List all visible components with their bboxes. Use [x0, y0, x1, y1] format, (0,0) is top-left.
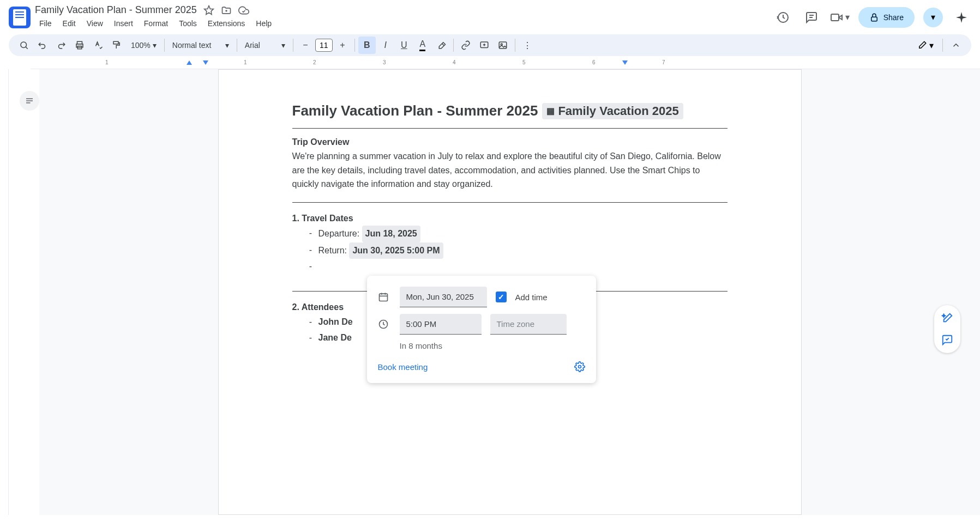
time-input[interactable]: 5:00 PM: [400, 314, 482, 335]
document-title[interactable]: Family Vacation Plan - Summer 2025: [35, 4, 197, 16]
text-color-button[interactable]: A: [414, 37, 431, 54]
divider: [292, 202, 728, 203]
overview-body[interactable]: We're planning a summer vacation in July…: [292, 149, 728, 191]
menu-edit[interactable]: Edit: [58, 17, 80, 30]
calendar-icon: [378, 292, 391, 302]
font-increase-icon[interactable]: +: [334, 37, 351, 54]
more-options-icon[interactable]: ⋮: [519, 37, 536, 54]
vertical-ruler[interactable]: [0, 69, 9, 515]
menu-insert[interactable]: Insert: [110, 17, 137, 30]
section-travel-dates[interactable]: 1. Travel Dates: [292, 214, 728, 223]
outline-toggle-icon[interactable]: [20, 91, 39, 111]
zoom-select[interactable]: 100% ▾: [127, 39, 161, 52]
list-item[interactable]: - Return: Jun 30, 2025 5:00 PM: [303, 242, 728, 259]
share-button[interactable]: Share: [858, 7, 915, 28]
document-canvas[interactable]: Family Vacation Plan - Summer 2025 ▦ Fam…: [39, 69, 980, 515]
calendar-chip-icon: ▦: [546, 106, 555, 116]
header-bar: Family Vacation Plan - Summer 2025 File …: [0, 0, 980, 34]
travel-dates-list: - Departure: Jun 18, 2025 - Return: Jun …: [303, 226, 728, 275]
bold-button[interactable]: B: [358, 37, 376, 54]
quick-share-dropdown[interactable]: ▾: [923, 8, 943, 27]
menu-format[interactable]: Format: [140, 17, 172, 30]
search-icon[interactable]: [15, 37, 33, 54]
add-time-checkbox[interactable]: ✓: [496, 292, 507, 302]
svg-point-7: [21, 42, 27, 48]
departure-label: Departure:: [318, 229, 360, 238]
toolbar: 100% ▾ Normal text ▾ Arial ▾ − + B I U A…: [9, 34, 971, 56]
svg-rect-21: [379, 294, 387, 301]
style-select[interactable]: Normal text ▾: [168, 39, 233, 52]
undo-icon[interactable]: [34, 37, 51, 54]
overview-heading[interactable]: Trip Overview: [292, 137, 728, 147]
cloud-status-icon[interactable]: [238, 5, 249, 16]
relative-time-label: In 8 months: [400, 341, 585, 350]
add-time-label: Add time: [515, 293, 548, 302]
menu-help[interactable]: Help: [251, 17, 276, 30]
divider: [292, 128, 728, 129]
menu-extensions[interactable]: Extensions: [203, 17, 249, 30]
meet-icon[interactable]: ▾: [830, 8, 850, 27]
spellcheck-icon[interactable]: [89, 37, 107, 54]
return-label: Return:: [318, 246, 347, 255]
date-picker-popover: Mon, Jun 30, 2025 ✓ Add time 5:00 PM Tim…: [367, 276, 596, 383]
departure-date-chip[interactable]: Jun 18, 2025: [362, 226, 420, 242]
page-title[interactable]: Family Vacation Plan - Summer 2025 ▦ Fam…: [292, 102, 728, 119]
svg-rect-4: [831, 14, 839, 21]
ai-edit-icon[interactable]: [939, 309, 956, 327]
suggest-edits-icon[interactable]: [939, 331, 956, 349]
header-actions: ▾ Share ▾: [773, 7, 971, 28]
menu-bar: File Edit View Insert Format Tools Exten…: [35, 17, 769, 30]
docs-logo-icon[interactable]: [9, 7, 31, 28]
link-button[interactable]: [457, 37, 474, 54]
gemini-icon[interactable]: [952, 8, 971, 27]
svg-rect-6: [871, 17, 877, 21]
svg-point-26: [578, 366, 581, 368]
horizontal-ruler[interactable]: 1 1 2 3 4 5 6 7: [0, 60, 980, 69]
date-input[interactable]: Mon, Jun 30, 2025: [400, 287, 487, 307]
workspace: Family Vacation Plan - Summer 2025 ▦ Fam…: [0, 69, 980, 515]
page[interactable]: Family Vacation Plan - Summer 2025 ▦ Fam…: [218, 69, 802, 515]
print-icon[interactable]: [71, 37, 88, 54]
underline-button[interactable]: U: [395, 37, 413, 54]
add-comment-button[interactable]: [476, 37, 493, 54]
svg-rect-12: [113, 41, 118, 44]
return-date-chip[interactable]: Jun 30, 2025 5:00 PM: [349, 242, 443, 259]
book-meeting-link[interactable]: Book meeting: [378, 362, 428, 372]
list-item[interactable]: -: [303, 259, 728, 275]
comments-icon[interactable]: [802, 8, 821, 27]
title-area: Family Vacation Plan - Summer 2025 File …: [35, 4, 769, 30]
collapse-toolbar-icon[interactable]: [947, 37, 965, 54]
redo-icon[interactable]: [52, 37, 70, 54]
svg-marker-0: [204, 5, 213, 14]
font-decrease-icon[interactable]: −: [297, 37, 314, 54]
font-select[interactable]: Arial ▾: [241, 39, 290, 52]
italic-button[interactable]: I: [377, 37, 394, 54]
font-size-input[interactable]: [315, 39, 333, 52]
svg-line-8: [26, 47, 28, 49]
insert-image-button[interactable]: [494, 37, 512, 54]
settings-gear-icon[interactable]: [574, 361, 585, 372]
menu-tools[interactable]: Tools: [175, 17, 201, 30]
editing-mode-button[interactable]: ▾: [913, 38, 938, 53]
menu-file[interactable]: File: [35, 17, 56, 30]
share-label: Share: [883, 13, 904, 22]
star-icon[interactable]: [203, 5, 214, 16]
history-icon[interactable]: [773, 8, 793, 27]
timezone-input[interactable]: Time zone: [490, 314, 567, 335]
move-icon[interactable]: [221, 5, 232, 16]
floating-tools-pill: [934, 305, 960, 353]
menu-view[interactable]: View: [82, 17, 107, 30]
list-item[interactable]: - Departure: Jun 18, 2025: [303, 226, 728, 242]
clock-icon: [378, 319, 391, 330]
paint-format-icon[interactable]: [108, 37, 125, 54]
svg-rect-16: [499, 42, 507, 48]
calendar-chip[interactable]: ▦ Family Vacation 2025: [542, 103, 683, 119]
highlight-button[interactable]: [432, 37, 450, 54]
